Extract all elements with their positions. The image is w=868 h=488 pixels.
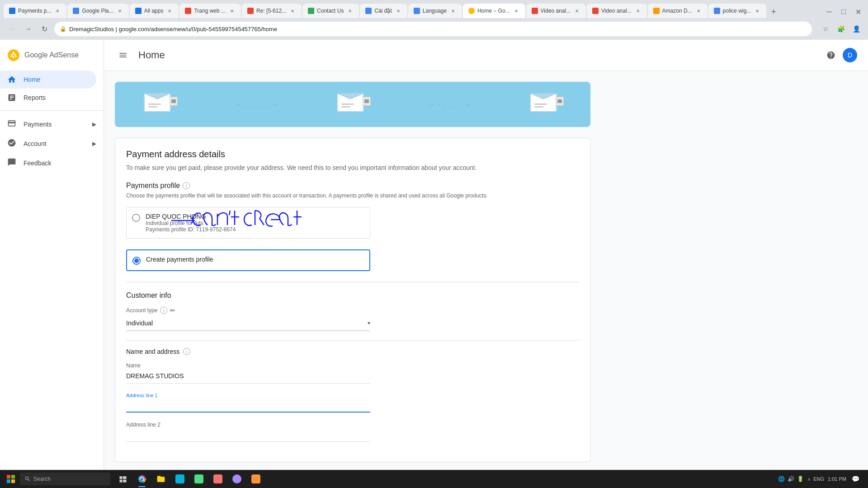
taskbar-search[interactable]: Search (20, 473, 110, 485)
existing-profile-id: Payments profile ID: 7119-9752-8674 (146, 226, 236, 233)
address-line1-input[interactable] (126, 399, 370, 413)
name-address-label-text: Name and address (126, 348, 179, 355)
address-bar[interactable]: 🔒 DremagicStudios | google.com/adsense/n… (54, 22, 812, 36)
url-text: DremagicStudios | google.com/adsense/new… (69, 26, 807, 33)
taskbar-app-5[interactable] (247, 470, 265, 488)
tab-google-play[interactable]: Google Pla... ✕ (67, 4, 128, 18)
tab-settings[interactable]: Cài đặt ✕ (360, 4, 407, 18)
tab-trang-web[interactable]: Trang web ... ✕ (179, 4, 241, 18)
taskbar-explorer[interactable] (152, 470, 170, 488)
radio-inner (134, 258, 139, 263)
account-type-value: Individual (126, 319, 153, 327)
taskbar-app-2[interactable] (190, 470, 208, 488)
sidebar-item-feedback[interactable]: Feedback (0, 153, 104, 173)
back-button[interactable]: ← (5, 23, 18, 35)
taskbar-app-3[interactable] (209, 470, 227, 488)
sidebar-item-home[interactable]: Home (0, 70, 96, 89)
new-tab-button[interactable]: + (767, 5, 780, 18)
name-address-info-icon[interactable]: i (183, 348, 190, 355)
address-line1-field-group: Address line 1 (126, 393, 579, 413)
tab-favicon (414, 8, 420, 14)
forward-button[interactable]: → (22, 23, 34, 35)
help-button[interactable] (823, 47, 839, 63)
tab-favicon (135, 8, 142, 14)
tab-close[interactable]: ✕ (395, 7, 402, 14)
reload-button[interactable]: ↻ (38, 23, 51, 35)
tab-label: Google Pla... (82, 8, 113, 14)
tab-payments[interactable]: Payments p... ✕ (4, 4, 66, 18)
svg-rect-5 (11, 479, 15, 483)
tab-email[interactable]: Re: [5-612... ✕ (242, 4, 302, 18)
tray-chevron[interactable]: ∧ (807, 477, 811, 482)
start-button[interactable] (4, 472, 18, 486)
svg-rect-4 (7, 479, 10, 483)
tab-favicon (73, 8, 79, 14)
svg-point-0 (8, 49, 19, 61)
tab-all-apps[interactable]: All apps ✕ (130, 4, 179, 18)
card-subtitle: To make sure you get paid, please provid… (126, 163, 579, 173)
tab-close[interactable]: ✕ (54, 7, 61, 14)
tab-favicon (365, 8, 372, 14)
tab-amazon[interactable]: Amazon D... ✕ (648, 4, 708, 18)
create-profile-option[interactable]: Create payments profile (126, 249, 370, 271)
page-title: Home (138, 49, 165, 61)
tab-language[interactable]: Language ✕ (408, 4, 462, 18)
sidebar-item-reports[interactable]: Reports (0, 89, 96, 107)
tab-close[interactable]: ✕ (166, 7, 173, 14)
payment-banner: → · · · · · → (115, 82, 590, 127)
tab-home-adsense[interactable]: Home – Go... ✕ (463, 4, 525, 18)
tab-video2[interactable]: Video anal... ✕ (587, 4, 647, 18)
menu-button[interactable] (115, 47, 131, 63)
tab-close[interactable]: ✕ (695, 7, 702, 14)
account-type-select[interactable]: Individual ▾ (126, 316, 370, 331)
clock-time: 1:01 PM (828, 476, 846, 482)
account-type-label-text: Account type (126, 307, 157, 314)
tab-favicon (592, 8, 599, 14)
existing-profile-option[interactable]: DIEP QUOC PHONG Individual profile for A… (126, 207, 370, 239)
sidebar: Google AdSense Home Reports Payments ▶ (0, 40, 104, 488)
name-address-title: Name and address i (126, 348, 579, 355)
tab-close[interactable]: ✕ (289, 7, 296, 14)
ssl-icon: 🔒 (60, 26, 66, 32)
taskbar-chrome[interactable] (133, 470, 151, 488)
tab-close[interactable]: ✕ (513, 7, 520, 14)
existing-profile-radio[interactable] (132, 214, 140, 222)
tab-close[interactable]: ✕ (228, 7, 236, 14)
account-type-info-icon[interactable]: i (160, 307, 167, 314)
close-window-button[interactable]: ✕ (852, 5, 864, 18)
notification-icon[interactable]: 💬 (850, 474, 861, 484)
payments-profile-info-icon[interactable]: i (183, 182, 190, 189)
tab-label: Video anal... (601, 8, 632, 14)
customer-info-section: Customer info Account type i ✏ Individua… (126, 282, 579, 442)
tab-close[interactable]: ✕ (346, 7, 354, 14)
bookmark-button[interactable]: ☆ (819, 23, 832, 35)
account-type-edit-icon[interactable]: ✏ (170, 307, 175, 314)
extensions-button[interactable]: 🧩 (835, 23, 847, 35)
address-line2-input[interactable] (126, 429, 370, 442)
tab-close[interactable]: ✕ (754, 7, 761, 14)
tab-close[interactable]: ✕ (116, 7, 123, 14)
sidebar-item-payments[interactable]: Payments ▶ (0, 114, 104, 134)
taskbar-app-4[interactable] (228, 470, 246, 488)
tab-close[interactable]: ✕ (449, 7, 457, 14)
browser-chrome: Payments p... ✕ Google Pla... ✕ All apps… (0, 0, 868, 40)
tab-close[interactable]: ✕ (573, 7, 580, 14)
create-profile-radio[interactable] (132, 257, 141, 265)
tab-police[interactable]: police wig... ✕ (708, 4, 767, 18)
sidebar-item-account[interactable]: Account ▶ (0, 134, 104, 153)
main-content: → · · · · · → (104, 71, 868, 488)
tab-contact-us[interactable]: Contact Us ✕ (302, 4, 359, 18)
taskbar-search-text: Search (33, 476, 51, 482)
tab-video1[interactable]: Video anal... ✕ (526, 4, 586, 18)
user-avatar[interactable]: D (843, 48, 857, 62)
taskbar-app-1[interactable] (171, 470, 189, 488)
tab-label: Payments p... (18, 8, 51, 14)
profile-button[interactable]: 👤 (850, 23, 863, 35)
taskbar-taskview[interactable] (114, 470, 132, 488)
address-line1-label: Address line 1 (126, 393, 579, 398)
tab-bar: Payments p... ✕ Google Pla... ✕ All apps… (0, 0, 868, 18)
sidebar-account-label: Account (24, 140, 85, 147)
tab-close[interactable]: ✕ (634, 7, 642, 14)
minimize-button[interactable]: ─ (823, 5, 835, 18)
maximize-button[interactable]: □ (837, 5, 850, 18)
